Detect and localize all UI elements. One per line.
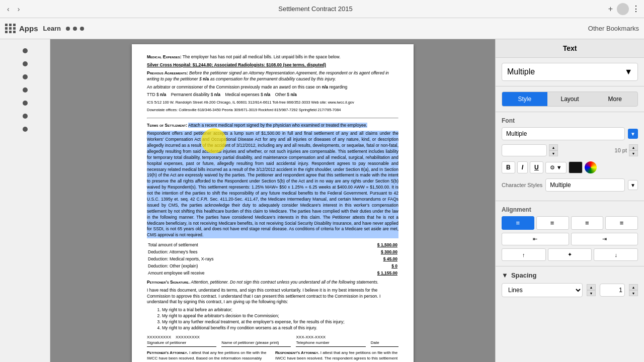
spacing-down[interactable]: ▼: [587, 290, 596, 296]
sig-x1: XXXXXXXXX: [147, 335, 171, 339]
font-size-up2[interactable]: ▲: [629, 144, 638, 150]
multiple-section: Multiple ▼: [496, 58, 644, 86]
alignment-label: Alignment: [502, 206, 638, 213]
bookmark-dot-3: [80, 27, 84, 31]
spacing-num-up[interactable]: ▲: [629, 284, 638, 290]
spacing-up[interactable]: ▲: [587, 284, 596, 290]
font-size-down2[interactable]: ▼: [629, 150, 638, 156]
back-button[interactable]: ‹: [4, 4, 13, 14]
regarding-text: regarding: [329, 84, 347, 89]
sig-text: Attention, petitioner. Do not sign this …: [191, 280, 378, 285]
spacing-section: ▼ Spacing Lines ▲ ▼ ▲ ▼: [496, 266, 644, 302]
ttd-label: TTD $: [147, 92, 159, 97]
top-navigation-bar: ‹ › Settlement Contract 2015 + ⋮: [0, 0, 644, 18]
font-label: Font: [502, 117, 638, 124]
deduction2-val: $ 45.00: [323, 256, 397, 262]
footer-downstate: Downstate offices: Collinsville 618/346-…: [147, 108, 398, 113]
dropdown-arrow-icon: ▼: [624, 67, 632, 76]
align-justify-button[interactable]: ≡: [605, 216, 638, 230]
char-styles-select[interactable]: Multiple: [545, 178, 625, 192]
right1: My right to a trial before an arbitrator…: [162, 307, 398, 313]
forward-button[interactable]: ›: [15, 4, 23, 14]
spacing-num-down[interactable]: ▼: [629, 290, 638, 296]
multiple-dropdown[interactable]: Multiple ▼: [502, 63, 638, 81]
color-swatch[interactable]: [569, 161, 583, 173]
font-select-row: Multiple ▼: [502, 127, 638, 140]
new-tab-button[interactable]: +: [608, 5, 613, 14]
deduction1-row: Deduction: Attorney's fees $ 300.00: [148, 249, 397, 255]
spacing-stepper: ▲ ▼: [587, 284, 596, 296]
font-size-stepper2: ▲ ▼: [629, 144, 638, 156]
learn-label: Learn: [43, 25, 61, 32]
sidebar-dot-7: [23, 127, 28, 132]
sidebar-dot-1: [23, 48, 28, 53]
resp-atty-label: Respondent's Attorney.: [275, 350, 319, 355]
spacing-controls: Lines ▲ ▼ ▲ ▼: [502, 283, 638, 297]
right-panel: Text Multiple ▼ Style Layout More Font M…: [495, 39, 644, 362]
nva2: n/a: [322, 84, 330, 89]
align-buttons: ≡ ≡ ≡ ≡: [502, 216, 638, 230]
tab-style[interactable]: Style: [502, 92, 547, 106]
deduction3-label: Deduction: Other (explain): [148, 263, 322, 269]
valign-top-button[interactable]: ↑: [502, 248, 546, 261]
tabs-section: Style Layout More: [496, 86, 644, 112]
indent-increase-button[interactable]: ⇥: [571, 233, 638, 245]
indent-decrease-button[interactable]: ⇤: [502, 233, 569, 245]
font-size-down[interactable]: ▼: [549, 150, 558, 156]
main-content: Medical Expenses: The employer has has n…: [0, 39, 644, 362]
font-family-select[interactable]: Multiple: [502, 127, 625, 140]
bold-button[interactable]: B: [502, 161, 515, 173]
color-picker-icon[interactable]: [585, 161, 597, 173]
window-title: Settlement Contract 2015: [27, 5, 604, 13]
amount-row: Amount employee will receive $ 1,155.00: [148, 270, 397, 277]
perm-val: n/a: [214, 92, 220, 97]
left-sidebar: [0, 39, 50, 362]
name-label: Name of petitioner (please print): [221, 340, 291, 345]
perm-label: Permanent disability $: [171, 92, 213, 97]
silver-cross-line: Silver Cross Hospital: $1,244.80; Associ…: [147, 62, 398, 68]
font-size-up[interactable]: ▲: [549, 144, 558, 150]
italic-button[interactable]: I: [517, 161, 528, 173]
align-center-button[interactable]: ≡: [536, 216, 569, 230]
apps-grid-icon: [5, 24, 16, 33]
valign-bottom-button[interactable]: ↓: [594, 248, 638, 261]
phone-label: Telephone number: [296, 340, 365, 345]
apps-button[interactable]: Apps: [5, 24, 38, 33]
amount-val: $ 1,155.00: [323, 270, 397, 277]
footer-address: ICS 5/12 100 W. Randolph Street #8-200 C…: [147, 100, 398, 106]
other-bookmarks-link[interactable]: Other Bookmarks: [588, 25, 639, 32]
nva1: n/a: [203, 76, 209, 81]
right4: My right to any additional benefits if m…: [162, 325, 398, 331]
total-label: Total amount of settlement: [148, 242, 322, 248]
sidebar-dot-5: [23, 101, 28, 106]
align-right-button[interactable]: ≡: [571, 216, 604, 230]
gear-button[interactable]: ⚙ ▼: [545, 162, 567, 173]
pet-atty-label: Petitioner's Attorney.: [147, 350, 188, 355]
spacing-header[interactable]: ▼ Spacing: [502, 272, 638, 279]
other-val: n/a: [290, 92, 296, 97]
spacing-value-input[interactable]: [600, 284, 625, 297]
sig-line-label: Signature of petitioner: [147, 340, 216, 345]
valign-middle-button[interactable]: ✦: [548, 248, 592, 261]
font-size-stepper: ▲ ▼: [549, 144, 558, 156]
sig-x2: XXXXXXXXX: [176, 335, 200, 339]
bookmark-dot-1: [66, 27, 70, 31]
font-select-arrow[interactable]: ▼: [628, 129, 638, 139]
document-page: Medical Expenses: The employer has has n…: [132, 44, 414, 362]
tab-layout[interactable]: Layout: [547, 92, 593, 106]
underline-button[interactable]: U: [530, 161, 543, 173]
sig-label: Petitioner's Signature.: [147, 280, 190, 285]
tab-more[interactable]: More: [592, 92, 637, 106]
deduction3-val: $ 0: [323, 263, 397, 269]
font-size-display: 10 pt: [615, 147, 627, 153]
align-left-button[interactable]: ≡: [502, 216, 534, 230]
sidebar-dot-6: [23, 114, 28, 119]
spacing-lines-select[interactable]: Lines: [502, 283, 583, 297]
font-size-input[interactable]: [502, 144, 547, 156]
medical-expenses-text: The employer has has not paid all medica…: [183, 54, 341, 59]
multiple-label: Multiple: [507, 67, 535, 76]
char-styles-arrow[interactable]: ▼: [628, 180, 638, 190]
document-area[interactable]: Medical Expenses: The employer has has n…: [50, 39, 495, 362]
right2: My right to appeal the arbitrator's deci…: [162, 313, 398, 319]
more-dots-icon[interactable]: ⋮: [632, 4, 640, 14]
